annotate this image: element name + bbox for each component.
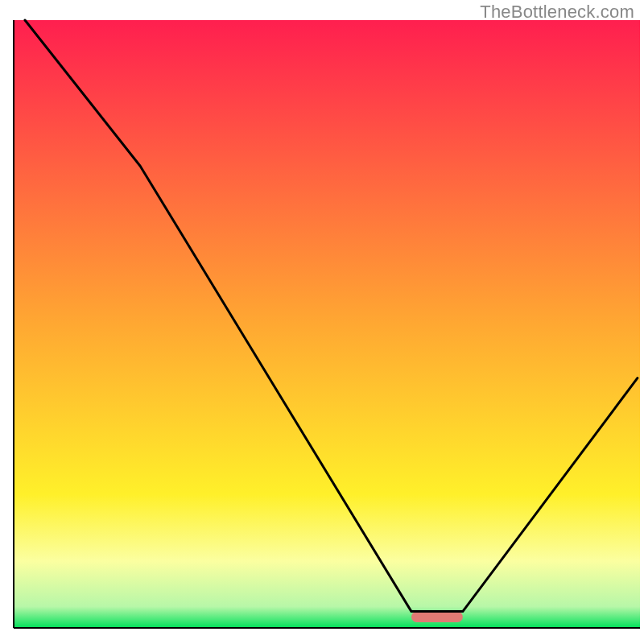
bottleneck-marker <box>411 612 463 622</box>
bottleneck-chart: TheBottleneck.com <box>0 0 644 644</box>
watermark-text: TheBottleneck.com <box>480 2 634 23</box>
plot-background <box>14 20 640 628</box>
chart-svg <box>0 0 644 644</box>
